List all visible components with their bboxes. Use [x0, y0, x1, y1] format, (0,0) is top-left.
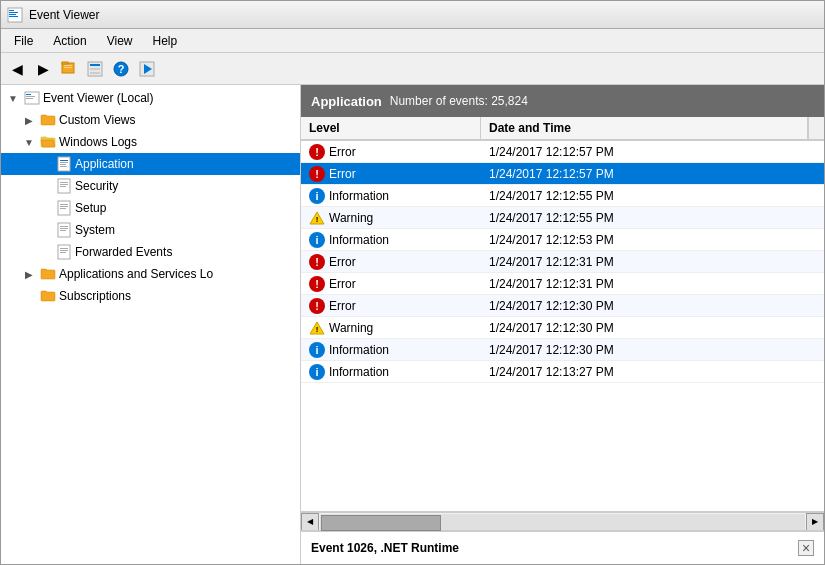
svg-rect-29 — [60, 186, 66, 187]
bottom-panel: Event 1026, .NET Runtime × — [301, 530, 824, 564]
info-icon: i — [309, 364, 325, 380]
toolbar: ◀ ▶ ? — [1, 53, 824, 85]
table-row[interactable]: !Warning1/24/2017 12:12:55 PM — [301, 207, 824, 229]
cell-datetime: 1/24/2017 12:12:57 PM — [481, 143, 824, 161]
root-icon — [24, 90, 40, 106]
svg-text:!: ! — [316, 215, 319, 224]
no-expand — [37, 178, 53, 194]
open-saved-log-button[interactable] — [57, 57, 81, 81]
folder-open-icon — [40, 134, 56, 150]
apps-services-label: Applications and Services Lo — [59, 267, 213, 281]
close-bottom-panel-button[interactable]: × — [798, 540, 814, 556]
menu-view[interactable]: View — [98, 31, 142, 51]
svg-rect-19 — [26, 96, 35, 97]
log-icon — [56, 178, 72, 194]
table-row[interactable]: !Warning1/24/2017 12:12:30 PM — [301, 317, 824, 339]
app-icon — [7, 7, 23, 23]
window-title: Event Viewer — [29, 8, 99, 22]
main-content: ▼ Event Viewer (Local) ▶ — [1, 85, 824, 564]
folder-icon — [40, 112, 56, 128]
menu-bar: File Action View Help — [1, 29, 824, 53]
svg-rect-2 — [9, 12, 18, 13]
log-icon — [56, 222, 72, 238]
svg-text:!: ! — [316, 325, 319, 334]
svg-rect-6 — [62, 62, 68, 64]
sidebar-item-apps-services[interactable]: ▶ Applications and Services Lo — [1, 263, 300, 285]
warning-icon: ! — [309, 320, 325, 336]
forwarded-events-label: Forwarded Events — [75, 245, 172, 259]
cell-level: !Warning — [301, 318, 481, 338]
cell-level: !Error — [301, 274, 481, 294]
cell-datetime: 1/24/2017 12:12:57 PM — [481, 165, 824, 183]
security-label: Security — [75, 179, 118, 193]
level-text: Error — [329, 145, 356, 159]
sidebar-item-setup[interactable]: Setup — [1, 197, 300, 219]
sidebar-item-application[interactable]: Application — [1, 153, 300, 175]
sidebar-item-custom-views[interactable]: ▶ Custom Views — [1, 109, 300, 131]
cell-level: iInformation — [301, 230, 481, 250]
folder-icon — [40, 266, 56, 282]
col-datetime[interactable]: Date and Time — [481, 117, 808, 139]
setup-label: Setup — [75, 201, 106, 215]
table-row[interactable]: !Error1/24/2017 12:12:57 PM — [301, 163, 824, 185]
run-button[interactable] — [135, 57, 159, 81]
help-button[interactable]: ? — [109, 57, 133, 81]
sidebar-item-windows-logs[interactable]: ▼ Windows Logs — [1, 131, 300, 153]
cell-datetime: 1/24/2017 12:12:31 PM — [481, 275, 824, 293]
create-custom-view-button[interactable] — [83, 57, 107, 81]
horizontal-scrollbar[interactable]: ◀ ▶ — [301, 512, 824, 530]
table-row[interactable]: !Error1/24/2017 12:12:57 PM — [301, 141, 824, 163]
error-icon: ! — [309, 298, 325, 314]
svg-rect-25 — [60, 166, 67, 167]
table-row[interactable]: !Error1/24/2017 12:12:31 PM — [301, 251, 824, 273]
no-expand — [21, 288, 37, 304]
system-label: System — [75, 223, 115, 237]
svg-rect-11 — [90, 68, 100, 70]
level-text: Information — [329, 189, 389, 203]
svg-rect-40 — [60, 250, 68, 251]
expand-icon: ▶ — [21, 112, 37, 128]
col-level[interactable]: Level — [301, 117, 481, 139]
cell-datetime: 1/24/2017 12:12:55 PM — [481, 187, 824, 205]
svg-rect-24 — [60, 164, 66, 165]
svg-rect-22 — [60, 160, 68, 161]
cell-level: !Error — [301, 252, 481, 272]
sidebar-item-security[interactable]: Security — [1, 175, 300, 197]
table-row[interactable]: !Error1/24/2017 12:12:31 PM — [301, 273, 824, 295]
table-row[interactable]: iInformation1/24/2017 12:12:55 PM — [301, 185, 824, 207]
forward-button[interactable]: ▶ — [31, 57, 55, 81]
menu-action[interactable]: Action — [44, 31, 95, 51]
scroll-right-button[interactable]: ▶ — [806, 513, 824, 531]
expand-icon: ▶ — [21, 266, 37, 282]
menu-help[interactable]: Help — [144, 31, 187, 51]
sidebar-item-forwarded-events[interactable]: Forwarded Events — [1, 241, 300, 263]
svg-rect-28 — [60, 184, 68, 185]
level-text: Information — [329, 233, 389, 247]
sidebar-item-root[interactable]: ▼ Event Viewer (Local) — [1, 87, 300, 109]
table-row[interactable]: iInformation1/24/2017 12:12:30 PM — [301, 339, 824, 361]
sidebar-item-subscriptions[interactable]: Subscriptions — [1, 285, 300, 307]
sidebar-item-system[interactable]: System — [1, 219, 300, 241]
menu-file[interactable]: File — [5, 31, 42, 51]
panel-event-count: Number of events: 25,824 — [390, 94, 528, 108]
panel-title: Application — [311, 94, 382, 109]
cell-datetime: 1/24/2017 12:12:53 PM — [481, 231, 824, 249]
level-text: Error — [329, 167, 356, 181]
table-body[interactable]: !Error1/24/2017 12:12:57 PM!Error1/24/20… — [301, 141, 824, 511]
table-row[interactable]: !Error1/24/2017 12:12:30 PM — [301, 295, 824, 317]
svg-rect-4 — [9, 16, 18, 17]
level-text: Warning — [329, 321, 373, 335]
level-text: Information — [329, 365, 389, 379]
cell-datetime: 1/24/2017 12:12:30 PM — [481, 341, 824, 359]
back-button[interactable]: ◀ — [5, 57, 29, 81]
log-icon — [56, 244, 72, 260]
table-row[interactable]: iInformation1/24/2017 12:13:27 PM — [301, 361, 824, 383]
event-viewer-window: Event Viewer File Action View Help ◀ ▶ — [0, 0, 825, 565]
subscriptions-label: Subscriptions — [59, 289, 131, 303]
error-icon: ! — [309, 144, 325, 160]
svg-rect-41 — [60, 252, 66, 253]
svg-rect-33 — [60, 208, 66, 209]
scroll-left-button[interactable]: ◀ — [301, 513, 319, 531]
level-text: Error — [329, 299, 356, 313]
table-row[interactable]: iInformation1/24/2017 12:12:53 PM — [301, 229, 824, 251]
